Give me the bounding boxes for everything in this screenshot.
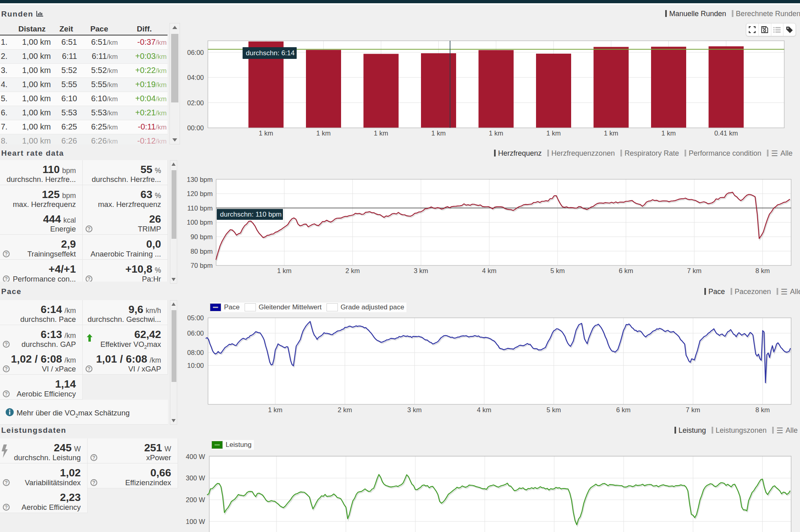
svg-text:1 km: 1 km <box>268 406 283 413</box>
svg-text:300 W: 300 W <box>186 474 205 482</box>
svg-text:6 km: 6 km <box>619 267 633 274</box>
svg-text:0.41 km: 0.41 km <box>714 129 738 137</box>
svg-text:5 km: 5 km <box>547 406 561 413</box>
svg-text:4 km: 4 km <box>477 406 492 413</box>
svg-text:7 km: 7 km <box>687 267 702 274</box>
svg-text:00:00: 00:00 <box>187 124 204 131</box>
svg-text:70 bpm: 70 bpm <box>191 262 213 269</box>
svg-text:1 km: 1 km <box>489 129 503 137</box>
svg-text:1 km: 1 km <box>547 129 561 137</box>
svg-text:1 km: 1 km <box>604 129 618 137</box>
svg-text:5 km: 5 km <box>551 267 565 274</box>
svg-text:90 bpm: 90 bpm <box>191 233 213 240</box>
svg-text:3 km: 3 km <box>407 406 422 413</box>
svg-text:6 km: 6 km <box>616 406 631 413</box>
svg-text:1 km: 1 km <box>374 129 388 137</box>
svg-text:120 bpm: 120 bpm <box>187 190 213 197</box>
svg-text:06:00: 06:00 <box>187 49 204 56</box>
svg-text:110 bpm: 110 bpm <box>187 204 213 212</box>
svg-text:1 km: 1 km <box>277 267 291 274</box>
svg-text:1 km: 1 km <box>259 129 273 137</box>
svg-text:130 bpm: 130 bpm <box>187 176 213 183</box>
svg-text:02:00: 02:00 <box>187 99 204 106</box>
svg-text:04:00: 04:00 <box>187 74 204 81</box>
svg-text:8 km: 8 km <box>756 406 770 413</box>
svg-text:06:00: 06:00 <box>187 330 204 337</box>
svg-text:80 bpm: 80 bpm <box>191 248 213 255</box>
svg-text:1 km: 1 km <box>316 129 331 137</box>
svg-text:400 W: 400 W <box>186 453 205 460</box>
svg-text:05:00: 05:00 <box>187 314 204 321</box>
svg-text:10:00: 10:00 <box>187 362 204 369</box>
svg-text:2 km: 2 km <box>346 267 360 274</box>
svg-text:3 km: 3 km <box>414 267 428 274</box>
svg-text:8 km: 8 km <box>756 267 770 274</box>
svg-text:08:00: 08:00 <box>187 349 204 356</box>
svg-text:1 km: 1 km <box>431 129 446 137</box>
svg-text:4 km: 4 km <box>482 267 496 274</box>
svg-text:1 km: 1 km <box>662 129 676 137</box>
svg-text:100 bpm: 100 bpm <box>187 219 213 226</box>
svg-text:7 km: 7 km <box>686 406 700 413</box>
svg-text:200 W: 200 W <box>186 496 205 503</box>
svg-text:100 W: 100 W <box>186 518 205 525</box>
svg-text:2 km: 2 km <box>338 406 352 413</box>
